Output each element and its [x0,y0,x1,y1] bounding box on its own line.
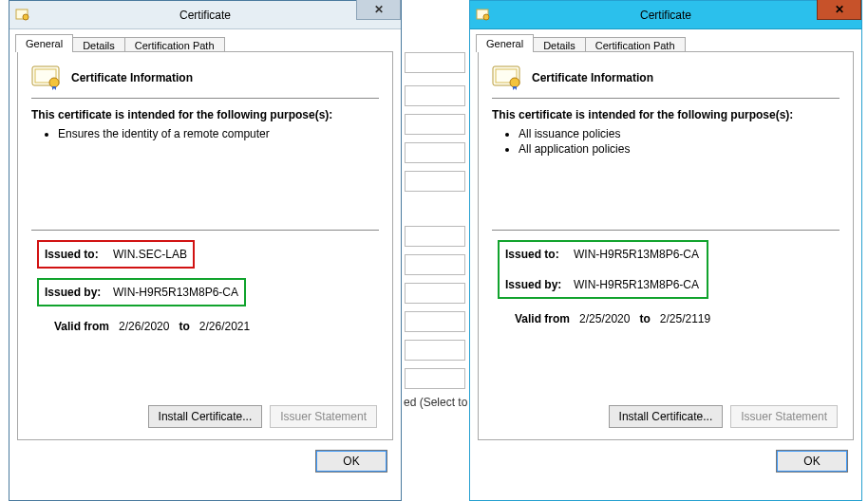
valid-range: Valid from 2/25/2020 to 2/25/2119 [515,312,840,325]
purpose-heading: This certificate is intended for the fol… [492,108,840,121]
purpose-item: All issuance policies [519,127,840,140]
valid-to-value: 2/26/2021 [199,320,250,333]
issued-block-highlight: Issued to: WIN-H9R5R13M8P6-CA Issued by:… [498,240,708,299]
issued-to-label: Issued to: [45,248,113,261]
valid-from-value: 2/25/2020 [579,312,630,325]
background-field [405,114,465,135]
valid-from-value: 2/26/2020 [119,320,169,333]
issued-by-label: Issued by: [505,278,574,291]
divider [31,98,379,99]
certificate-information-heading: Certificate Information [71,71,193,84]
close-button[interactable]: ✕ [356,0,401,20]
window-title: Certificate [470,9,861,22]
issued-to-label: Issued to: [505,248,574,261]
background-field [405,85,465,106]
window-title: Certificate [9,9,401,22]
background-text-fragment: ed (Select to c [404,396,477,409]
valid-range: Valid from 2/26/2020 to 2/26/2021 [54,320,379,333]
background-field [405,311,465,332]
issuer-statement-button: Issuer Statement [270,405,377,428]
svg-point-4 [49,78,59,87]
issued-to-value: WIN-H9R5R13M8P6-CA [574,248,699,261]
certificate-dialog-right: Certificate ✕ General Details Certificat… [469,0,862,501]
valid-to-label: to [639,312,650,325]
valid-from-label: Valid from [515,312,570,325]
valid-to-label: to [179,320,189,333]
titlebar[interactable]: Certificate ✕ [470,1,861,29]
close-icon: ✕ [374,3,384,16]
certificate-information-heading: Certificate Information [532,71,653,84]
tab-general[interactable]: General [476,34,534,52]
install-certificate-button[interactable]: Install Certificate... [609,405,724,428]
issued-to-value: WIN.SEC-LAB [113,248,187,261]
background-field [405,340,465,361]
certificate-large-icon [492,65,522,90]
issued-by-highlight: Issued by: WIN-H9R5R13M8P6-CA [37,278,246,306]
tab-row: General Details Certification Path [476,33,861,51]
tab-general[interactable]: General [15,34,73,52]
background-field [405,52,465,73]
certificate-dialog-left: Certificate ✕ General Details Certificat… [9,0,402,501]
background-field [405,142,465,163]
close-icon: ✕ [835,3,844,16]
valid-to-value: 2/25/2119 [660,312,710,325]
issuer-statement-button: Issuer Statement [730,405,838,428]
ok-button[interactable]: OK [776,450,848,473]
certificate-large-icon [31,65,62,90]
issued-by-value: WIN-H9R5R13M8P6-CA [113,286,238,299]
issued-by-value: WIN-H9R5R13M8P6-CA [574,278,699,291]
background-field [405,368,465,389]
divider [492,98,840,99]
divider [31,230,379,231]
background-field [405,254,465,275]
background-field [405,226,465,247]
titlebar[interactable]: Certificate ✕ [9,1,401,29]
svg-point-9 [510,78,519,87]
close-button[interactable]: ✕ [817,0,861,20]
tab-content-general: Certificate Information This certificate… [478,51,854,440]
purpose-item: Ensures the identity of a remote compute… [58,127,379,140]
issued-to-highlight: Issued to: WIN.SEC-LAB [37,240,195,269]
purpose-item: All application policies [519,142,840,156]
purpose-list: Ensures the identity of a remote compute… [58,127,379,140]
issued-by-label: Issued by: [45,286,113,299]
divider [492,230,840,231]
install-certificate-button[interactable]: Install Certificate... [148,405,263,428]
ok-button[interactable]: OK [315,450,387,473]
valid-from-label: Valid from [54,320,109,333]
background-field [405,171,465,192]
purpose-heading: This certificate is intended for the fol… [31,108,379,121]
tab-row: General Details Certification Path [15,33,401,51]
tab-content-general: Certificate Information This certificate… [17,51,393,440]
background-field [405,283,465,304]
purpose-list: All issuance policies All application po… [519,127,840,156]
